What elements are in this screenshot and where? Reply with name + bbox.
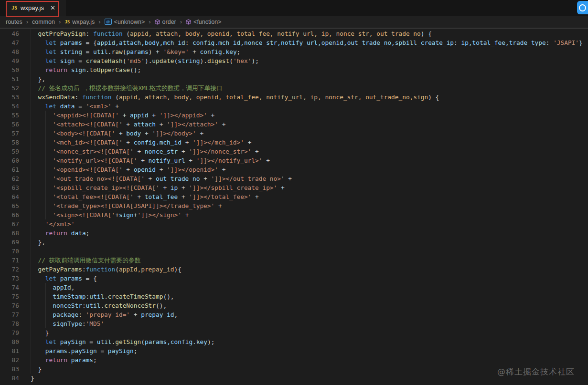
breadcrumb-item[interactable]: common	[31, 19, 56, 25]
code-line[interactable]: 72 getPayParams:function(appId,prepay_id…	[0, 265, 588, 274]
code-content: }	[31, 328, 588, 337]
tab-wxpay-js[interactable]: JS wxpay.js ✕	[7, 0, 66, 16]
line-number: 61	[0, 165, 19, 174]
code-tokens: '<notify_url><![CDATA[' + notify_url + '…	[31, 157, 270, 164]
line-number: 56	[0, 120, 19, 129]
code-tokens: '<appid><![CDATA[' + appid + ']]></appid…	[31, 112, 214, 119]
method-cube-icon	[155, 19, 160, 25]
breadcrumb-item[interactable]: order	[154, 19, 177, 25]
code-content: '<out_trade_no><![CDATA[' + out_trade_no…	[31, 174, 588, 183]
code-line[interactable]: 54 let data = '<xml>' +	[0, 102, 588, 111]
code-line[interactable]: 49 let sign = createHash('md5').update(s…	[0, 56, 588, 65]
tab-bar: JS wxpay.js ✕	[0, 0, 588, 16]
code-content: '<body><![CDATA[' + body + ']]></body>' …	[31, 129, 588, 138]
code-content: getPrePaySign: function (appid, attach, …	[31, 29, 588, 38]
code-line[interactable]: 51 },	[0, 74, 588, 83]
code-line[interactable]: 56 '<attach><![CDATA[' + attach + ']]></…	[0, 120, 588, 129]
breadcrumb-label: <function>	[193, 19, 221, 25]
code-line[interactable]: 48 let string = util.raw(params) + '&key…	[0, 47, 588, 56]
code-line[interactable]: 70	[0, 247, 588, 256]
line-number: 49	[0, 56, 19, 65]
code-line[interactable]: 68 return data;	[0, 229, 588, 238]
code-line[interactable]: 80 let paySign = util.getSign(params,con…	[0, 337, 588, 346]
code-content: '<notify_url><![CDATA[' + notify_url + '…	[31, 156, 588, 165]
code-line[interactable]: 65 '<trade_type><![CDATA[JSAPI]]></trade…	[0, 201, 588, 210]
code-line[interactable]: 50 return sign.toUpperCase();	[0, 65, 588, 74]
code-content: // 获取前端调用微信支付需要的参数	[31, 256, 588, 265]
code-tokens: '<mch_id><![CDATA[' + config.mch_id + ']…	[31, 139, 251, 146]
code-line[interactable]: 59 '<nonce_str><![CDATA[' + nonce_str + …	[0, 147, 588, 156]
line-number: 73	[0, 274, 19, 283]
code-line[interactable]: 46 getPrePaySign: function (appid, attac…	[0, 29, 588, 38]
code-content: getPayParams:function(appId,prepay_id){	[31, 265, 588, 274]
code-content	[31, 247, 588, 256]
line-number: 81	[0, 346, 19, 355]
code-line[interactable]: 75 timeStamp:util.createTimeStamp(),	[0, 292, 588, 301]
chevron-right-icon: ›	[59, 18, 61, 25]
code-tokens: }	[31, 375, 34, 382]
watermark: @稀土掘金技术社区	[497, 366, 575, 377]
code-tokens: getPayParams:function(appId,prepay_id){	[31, 266, 182, 273]
js-file-icon: JS	[11, 5, 17, 10]
code-tokens: '<total_fee><![CDATA[' + total_fee + ']]…	[31, 193, 259, 200]
code-tokens: wxSendData: function (appid, attach, bod…	[31, 94, 439, 101]
code-line[interactable]: 52 // 签名成功后 ，根据参数拼接组装XML格式的数据，调用下单接口	[0, 83, 588, 93]
line-number: 55	[0, 111, 19, 120]
code-tokens: }	[31, 329, 49, 336]
code-line[interactable]: 64 '<total_fee><![CDATA[' + total_fee + …	[0, 192, 588, 201]
line-number: 77	[0, 310, 19, 319]
code-line[interactable]: 53 wxSendData: function (appid, attach, …	[0, 93, 588, 102]
line-number: 74	[0, 283, 19, 292]
code-line[interactable]: 78 signType:'MD5'	[0, 319, 588, 328]
code-line[interactable]: 69 },	[0, 238, 588, 247]
code-lines: 46 getPrePaySign: function (appid, attac…	[0, 29, 588, 383]
line-number: 66	[0, 210, 19, 219]
code-tokens: }	[31, 365, 42, 373]
code-line[interactable]: 77 package: 'prepay_id=' + prepay_id,	[0, 310, 588, 319]
code-line[interactable]: 76 nonceStr:util.createNonceStr(),	[0, 301, 588, 310]
breadcrumb-label: routes	[6, 19, 22, 25]
line-number: 72	[0, 265, 19, 274]
code-tokens: },	[31, 239, 45, 246]
breadcrumb-item[interactable]: @<unknown>	[104, 19, 146, 25]
breadcrumb-item[interactable]: <function>	[185, 19, 222, 25]
code-line[interactable]: 55 '<appid><![CDATA[' + appid + ']]></ap…	[0, 111, 588, 120]
close-icon[interactable]: ✕	[50, 4, 55, 11]
line-number: 54	[0, 102, 19, 111]
code-line[interactable]: 60 '<notify_url><![CDATA[' + notify_url …	[0, 156, 588, 165]
code-line[interactable]: 57 '<body><![CDATA[' + body + ']]></body…	[0, 129, 588, 138]
code-tokens: '<nonce_str><![CDATA[' + nonce_str + ']]…	[31, 148, 259, 155]
code-tokens: params.paySign = paySign;	[31, 347, 137, 354]
code-tokens: // 获取前端调用微信支付需要的参数	[31, 257, 141, 264]
code-line[interactable]: 79 }	[0, 328, 588, 337]
code-line[interactable]: 62 '<out_trade_no><![CDATA[' + out_trade…	[0, 174, 588, 183]
code-line[interactable]: 47 let params = {appid,attach,body,mch_i…	[0, 38, 588, 47]
code-editor[interactable]: 46 getPrePaySign: function (appid, attac…	[0, 28, 588, 385]
code-line[interactable]: 81 params.paySign = paySign;	[0, 346, 588, 355]
code-tokens: '<attach><![CDATA[' + attach + ']]></att…	[31, 121, 225, 128]
code-line[interactable]: 71 // 获取前端调用微信支付需要的参数	[0, 256, 588, 265]
blue-corner-extension-icon[interactable]	[577, 1, 588, 14]
line-number: 63	[0, 183, 19, 192]
code-content: package: 'prepay_id=' + prepay_id,	[31, 310, 588, 319]
code-tokens: nonceStr:util.createNonceStr(),	[31, 302, 167, 309]
line-number: 79	[0, 328, 19, 337]
code-line[interactable]: 67 '</xml>'	[0, 219, 588, 229]
chevron-right-icon: ›	[180, 18, 182, 25]
code-content: '</xml>'	[31, 219, 588, 229]
code-tokens: // 签名成功后 ，根据参数拼接组装XML格式的数据，调用下单接口	[31, 84, 223, 92]
code-line[interactable]: 63 '<spbill_create_ip><![CDATA[' + ip + …	[0, 183, 588, 192]
line-number: 59	[0, 147, 19, 156]
code-tokens: '<spbill_create_ip><![CDATA[' + ip + ']]…	[31, 184, 285, 191]
code-tokens: let data = '<xml>' +	[31, 103, 119, 110]
code-line[interactable]: 58 '<mch_id><![CDATA[' + config.mch_id +…	[0, 138, 588, 147]
breadcrumb-item[interactable]: JSwxpay.js	[64, 19, 96, 25]
code-line[interactable]: 74 appId,	[0, 283, 588, 292]
code-tokens: getPrePaySign: function (appid, attach, …	[31, 30, 432, 37]
code-line[interactable]: 73 let params = {	[0, 274, 588, 283]
breadcrumb-item[interactable]: routes	[5, 19, 23, 25]
line-number: 58	[0, 138, 19, 147]
code-line[interactable]: 66 '<sign><![CDATA['+sign+']]></sign>' +	[0, 210, 588, 219]
code-line[interactable]: 61 '<openid><![CDATA[' + openid + ']]></…	[0, 165, 588, 174]
code-line[interactable]: 82 return params;	[0, 355, 588, 364]
